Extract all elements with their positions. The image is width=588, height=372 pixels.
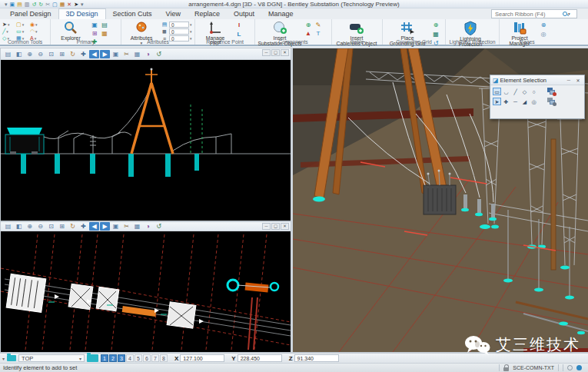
zoom-in-icon[interactable]: ⊕ (25, 222, 35, 231)
view-toggle[interactable]: 7 (151, 354, 159, 362)
update-device-icon[interactable]: ▲ (304, 29, 313, 38)
ribbon-tab[interactable]: 3D Design (58, 8, 106, 19)
fence-icon[interactable]: ▢▾ (16, 21, 30, 28)
restore-button[interactable]: ▢ (271, 49, 280, 56)
pan-view-icon[interactable]: ✚ (78, 50, 88, 58)
ground-rod-icon[interactable]: ⊕ (431, 21, 440, 29)
display-style-icon[interactable]: ◧ (14, 50, 24, 58)
view-toggle[interactable]: 3 (118, 354, 125, 362)
fit-view-icon[interactable]: ⊞ (57, 50, 67, 58)
dialog-minimize-button[interactable]: ─ (565, 78, 573, 82)
raster-icon[interactable]: ▦ (100, 29, 109, 38)
fit-view-icon[interactable]: ⊞ (57, 222, 67, 231)
select-lasso-icon[interactable]: ◡ (502, 88, 510, 95)
snap-mode-icon[interactable] (567, 365, 573, 370)
label-prp-icon[interactable]: L (234, 30, 244, 38)
references-icon[interactable]: ⊞ (90, 29, 99, 38)
select-invert-icon[interactable]: ◢ (520, 98, 529, 105)
rotate-view-icon[interactable]: ↻ (68, 50, 78, 58)
update-view-icon[interactable]: ↺ (154, 222, 164, 231)
restore-button[interactable]: ▢ (271, 223, 280, 230)
y-coordinate-field[interactable]: 228.450 (238, 354, 282, 362)
zoom-out-icon[interactable]: ⊖ (35, 50, 45, 58)
save-icon[interactable]: ▣ (10, 1, 15, 8)
ribbon-tab[interactable]: Manage (261, 9, 301, 19)
view-next-icon[interactable]: ▶ (100, 50, 110, 58)
close-project-icon[interactable]: ⊗ (539, 21, 548, 29)
view-toggle[interactable]: 8 (160, 354, 168, 362)
ribbon-tab[interactable]: Output (227, 9, 261, 19)
select-circle-icon[interactable]: ○ (530, 88, 538, 95)
select-remove-icon[interactable]: ─ (511, 98, 520, 105)
select-add-icon[interactable]: ✚ (502, 98, 510, 105)
delete-icon[interactable]: ✕ (67, 1, 71, 8)
search-input[interactable] (495, 11, 563, 18)
render-mode-icon[interactable]: ◑ (143, 50, 153, 58)
device-text-icon[interactable]: T (314, 29, 323, 38)
explorer-button[interactable]: Explorer (53, 20, 88, 41)
clip-volume-icon[interactable]: ✂ (121, 222, 131, 231)
display-style-icon[interactable]: ◧ (14, 222, 24, 231)
view-group-icon[interactable] (7, 355, 16, 361)
open-icon[interactable]: ▤ (17, 1, 22, 8)
cut-icon[interactable]: ✂ (45, 1, 50, 8)
select-polygon-icon[interactable]: ◇ (520, 88, 529, 95)
models-icon[interactable]: ▣ (90, 21, 99, 29)
explorer-mini-icon[interactable]: ◉▾ (30, 21, 44, 28)
active-color-icon[interactable]: ◼ 0 ▾ (161, 28, 192, 35)
view-previous-icon[interactable]: ◀ (89, 222, 99, 231)
view-attributes-icon[interactable]: ▤ (3, 50, 13, 58)
rotate-view-icon[interactable]: ↻ (68, 222, 78, 231)
find-page-icon[interactable]: ◎ (539, 30, 548, 38)
insert-device-icon[interactable]: ⊕ (304, 21, 313, 29)
view-toggle[interactable]: 1 (101, 354, 108, 362)
zoom-out-icon[interactable]: ⊖ (35, 222, 45, 231)
select-individual-icon[interactable]: ➤ (493, 98, 501, 105)
chevron-down-icon[interactable]: ▾ (2, 356, 5, 361)
select-all-icon[interactable] (546, 87, 556, 95)
import-prp-icon[interactable]: I (234, 21, 244, 29)
clip-volume-icon[interactable]: ✂ (121, 50, 131, 58)
view-toggle[interactable]: 6 (143, 354, 151, 362)
ribbon-tab[interactable]: Section Cuts (106, 9, 159, 19)
select-rectangle-icon[interactable]: ▭ (493, 88, 501, 95)
elevation-view-canvas[interactable] (1, 60, 291, 221)
paste-icon[interactable]: ▦ (60, 1, 65, 8)
place-block-icon[interactable]: ▭▾ (16, 28, 30, 35)
render-mode-icon[interactable]: ◑ (143, 222, 153, 231)
ribbon-tab[interactable]: Replace (188, 9, 227, 19)
minimize-button[interactable]: ─ (262, 49, 271, 56)
modify-device-icon[interactable]: ✎ (314, 21, 323, 29)
select-tool-icon[interactable]: ➤ (74, 1, 78, 8)
view-next-icon[interactable]: ▶ (100, 222, 110, 231)
place-line-icon[interactable]: ╱▾ (2, 28, 16, 35)
redo-icon[interactable]: ↻ (38, 1, 43, 8)
lock-icon[interactable] (503, 367, 509, 371)
select-line-icon[interactable]: ╱ (511, 88, 520, 95)
search-icon[interactable] (563, 12, 568, 17)
copy-view-icon[interactable]: ▣ (111, 222, 121, 231)
copy-icon[interactable]: ▢ (52, 1, 58, 8)
ribbon-tab[interactable]: Panel Design (3, 9, 58, 19)
more-commands-icon[interactable]: ▾ (81, 1, 84, 8)
active-level-icon[interactable]: ▤ 0 ▾ (161, 22, 192, 28)
place-arc-icon[interactable]: ◠▾ (30, 28, 44, 35)
pan-view-icon[interactable]: ✚ (78, 222, 88, 231)
close-button[interactable]: ✕ (281, 49, 289, 56)
view-toggle[interactable]: 4 (126, 354, 134, 362)
update-view-icon[interactable]: ↺ (154, 50, 164, 58)
zoom-in-icon[interactable]: ⊕ (25, 50, 35, 58)
close-button[interactable]: ✕ (281, 223, 289, 230)
minimize-button[interactable]: ─ (262, 223, 271, 230)
active-level[interactable]: SCE-COMN-TXT (513, 365, 554, 370)
copy-view-icon[interactable]: ▣ (111, 50, 121, 58)
ribbon-search-box[interactable]: ▾ (491, 9, 577, 18)
view-group-list-icon[interactable] (87, 354, 98, 362)
view-preset-dropdown[interactable]: TOP ▾ (18, 354, 85, 362)
window-area-icon[interactable]: ⊡ (46, 50, 56, 58)
select-new-icon[interactable]: ◎ (530, 98, 538, 105)
view-previous-icon[interactable]: ◀ (89, 50, 99, 58)
dialog-close-button[interactable]: ✕ (574, 78, 582, 83)
x-coordinate-field[interactable]: 127.100 (180, 354, 224, 362)
print-icon[interactable]: ▥ (25, 1, 30, 8)
